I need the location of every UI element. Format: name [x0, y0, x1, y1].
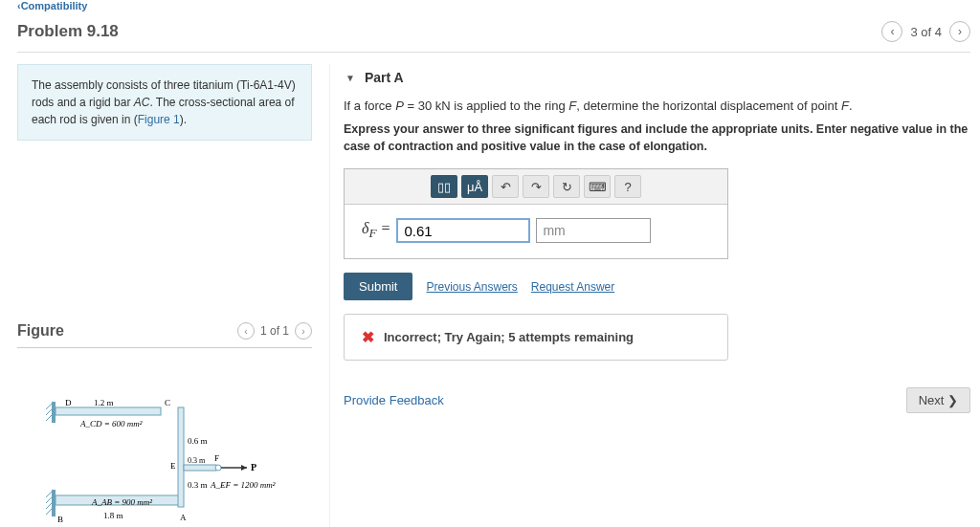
- next-problem-button[interactable]: ›: [949, 21, 970, 42]
- feedback-message: ✖ Incorrect; Try Again; 5 attempts remai…: [344, 314, 728, 361]
- svg-rect-9: [56, 407, 161, 415]
- svg-text:0.6 m: 0.6 m: [188, 436, 208, 446]
- undo-icon[interactable]: ↶: [492, 175, 519, 198]
- delta-label: δF =: [362, 220, 390, 241]
- svg-text:P: P: [251, 462, 256, 472]
- problem-title: Problem 9.18: [17, 22, 119, 41]
- svg-text:B: B: [57, 515, 63, 524]
- svg-line-1: [46, 409, 52, 415]
- svg-text:A_EF = 1200 mm²: A_EF = 1200 mm²: [210, 480, 276, 490]
- breadcrumb[interactable]: ‹Compatibility: [17, 0, 970, 13]
- intro-bar: AC: [134, 96, 150, 109]
- problem-intro: The assembly consists of three titanium …: [17, 64, 312, 141]
- answer-box: ▯▯ μÅ ↶ ↷ ↻ ⌨ ? δF =: [344, 168, 728, 259]
- svg-rect-11: [178, 407, 184, 507]
- svg-rect-8: [52, 490, 56, 516]
- reset-icon[interactable]: ↻: [553, 175, 580, 198]
- help-icon[interactable]: ?: [614, 175, 641, 198]
- svg-line-2: [46, 415, 52, 421]
- answer-unit-input[interactable]: [536, 218, 651, 243]
- provide-feedback-link[interactable]: Provide Feedback: [344, 393, 444, 407]
- template-icon[interactable]: ▯▯: [431, 175, 457, 198]
- svg-marker-15: [241, 465, 247, 471]
- figure-diagram: D C B A E F P 1.2 m A_CD = 600 mm² 0.6 m…: [17, 398, 312, 527]
- problem-position: 3 of 4: [910, 25, 942, 39]
- request-answer-link[interactable]: Request Answer: [531, 280, 614, 294]
- svg-text:D: D: [65, 398, 72, 407]
- figure-position: 1 of 1: [260, 324, 289, 338]
- part-a-header[interactable]: ▼ Part A: [344, 64, 970, 97]
- intro-text3: ).: [180, 113, 187, 126]
- answer-toolbar: ▯▯ μÅ ↶ ↷ ↻ ⌨ ?: [345, 169, 727, 205]
- keyboard-icon[interactable]: ⌨: [584, 175, 611, 198]
- figure-prev-button[interactable]: ‹: [237, 322, 255, 340]
- problem-header: Problem 9.18 ‹ 3 of 4 ›: [17, 13, 970, 53]
- svg-rect-7: [52, 402, 56, 423]
- svg-text:0.3 m: 0.3 m: [188, 480, 208, 490]
- figure-heading: Figure: [17, 322, 64, 340]
- symbols-icon[interactable]: μÅ: [461, 175, 488, 198]
- answer-value-input[interactable]: [396, 218, 530, 243]
- svg-rect-12: [184, 465, 216, 471]
- next-button[interactable]: Next ❯: [906, 387, 970, 413]
- svg-line-6: [46, 509, 52, 515]
- svg-text:E: E: [170, 461, 176, 471]
- svg-text:F: F: [214, 453, 219, 463]
- prev-problem-button[interactable]: ‹: [881, 21, 902, 42]
- svg-text:C: C: [165, 398, 170, 407]
- caret-down-icon: ▼: [345, 73, 355, 83]
- figure-link[interactable]: Figure 1: [138, 113, 180, 126]
- answer-instructions: Express your answer to three significant…: [344, 121, 970, 155]
- figure-next-button[interactable]: ›: [295, 322, 312, 340]
- svg-point-13: [215, 465, 221, 471]
- question-text: If a force P = 30 kN is applied to the r…: [344, 99, 970, 113]
- redo-icon[interactable]: ↷: [523, 175, 549, 198]
- submit-button[interactable]: Submit: [344, 273, 412, 300]
- svg-line-0: [46, 404, 52, 409]
- svg-text:A: A: [180, 513, 187, 522]
- svg-text:1.8 m: 1.8 m: [103, 511, 123, 520]
- svg-text:A_AB = 900 mm²: A_AB = 900 mm²: [91, 497, 152, 507]
- svg-text:0.3 m: 0.3 m: [188, 456, 206, 465]
- part-a-label: Part A: [365, 70, 404, 85]
- incorrect-icon: ✖: [362, 328, 374, 346]
- svg-text:A_CD = 600 mm²: A_CD = 600 mm²: [79, 419, 143, 428]
- svg-line-5: [46, 503, 52, 509]
- svg-line-3: [46, 492, 52, 497]
- feedback-text: Incorrect; Try Again; 5 attempts remaini…: [384, 330, 634, 344]
- svg-line-4: [46, 497, 52, 503]
- svg-text:1.2 m: 1.2 m: [94, 398, 114, 407]
- previous-answers-link[interactable]: Previous Answers: [426, 280, 517, 294]
